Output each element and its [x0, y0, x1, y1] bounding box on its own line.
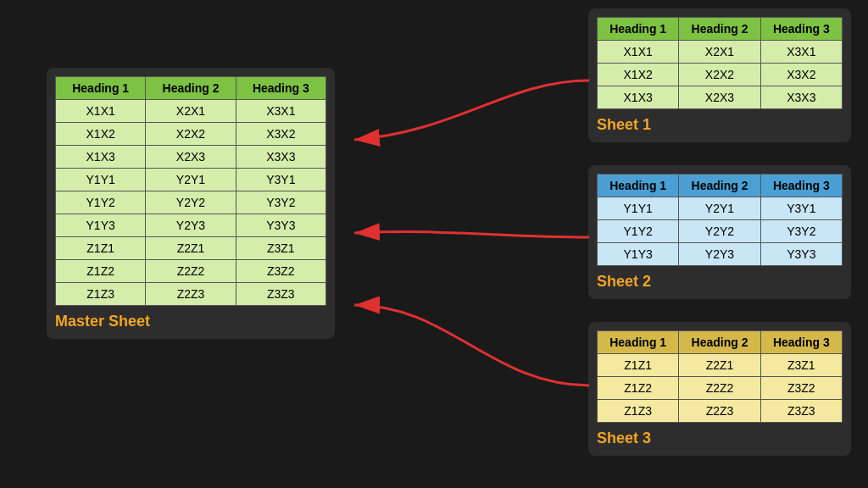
- table-cell: Z2Z3: [146, 283, 236, 306]
- sheet3-title: Sheet 3: [597, 430, 843, 447]
- table-cell: Z3Z3: [236, 283, 326, 306]
- table-cell: Z3Z2: [760, 377, 842, 400]
- table-cell: Z3Z1: [236, 237, 326, 260]
- table-cell: X3X3: [236, 146, 326, 169]
- table-cell: X1X2: [56, 123, 146, 146]
- table-cell: Z1Z2: [56, 260, 146, 283]
- table-cell: X1X1: [598, 41, 679, 64]
- master-col3-header: Heading 3: [236, 77, 326, 100]
- master-table: Heading 1 Heading 2 Heading 3 X1X1X2X1X3…: [55, 76, 326, 306]
- sheet1-table: Heading 1 Heading 2 Heading 3 X1X1X2X1X3…: [597, 17, 843, 109]
- master-col2-header: Heading 2: [146, 77, 236, 100]
- sheet2-box: Heading 1 Heading 2 Heading 3 Y1Y1Y2Y1Y3…: [588, 165, 851, 299]
- table-cell: X3X1: [236, 100, 326, 123]
- table-cell: Y3Y2: [760, 220, 842, 243]
- table-cell: X3X2: [236, 123, 326, 146]
- table-cell: Y3Y3: [236, 214, 326, 237]
- sheet2-title: Sheet 2: [597, 273, 843, 291]
- sheet2-col2-header: Heading 2: [679, 175, 760, 197]
- table-cell: Y3Y2: [236, 191, 326, 214]
- sheet1-box: Heading 1 Heading 2 Heading 3 X1X1X2X1X3…: [588, 8, 851, 142]
- table-cell: Z1Z1: [598, 354, 679, 377]
- table-cell: Y2Y2: [146, 191, 236, 214]
- table-cell: Y2Y2: [679, 220, 760, 243]
- table-cell: Z2Z1: [146, 237, 236, 260]
- table-cell: Z3Z1: [760, 354, 842, 377]
- table-cell: Z1Z2: [598, 377, 679, 400]
- table-cell: Z2Z1: [679, 354, 760, 377]
- sheet3-col1-header: Heading 1: [598, 331, 679, 354]
- table-cell: Y1Y3: [56, 214, 146, 237]
- table-cell: X2X2: [146, 123, 236, 146]
- table-cell: Z2Z2: [679, 377, 760, 400]
- table-cell: Z1Z3: [598, 400, 679, 423]
- table-cell: Y1Y1: [598, 197, 679, 220]
- sheet3-col2-header: Heading 2: [679, 331, 760, 354]
- sheet1-col3-header: Heading 3: [760, 18, 842, 41]
- table-cell: Y2Y3: [146, 214, 236, 237]
- table-cell: X1X2: [598, 64, 679, 86]
- master-col1-header: Heading 1: [56, 77, 146, 100]
- table-cell: X2X1: [679, 41, 760, 64]
- table-cell: Y3Y1: [760, 197, 842, 220]
- table-cell: X3X2: [760, 64, 842, 86]
- table-cell: Z1Z1: [56, 237, 146, 260]
- arrow-sheet3: [354, 305, 589, 385]
- table-cell: Y1Y1: [56, 169, 146, 191]
- sheet1-col1-header: Heading 1: [598, 18, 679, 41]
- table-cell: Y3Y1: [236, 169, 326, 191]
- table-cell: Y1Y2: [598, 220, 679, 243]
- table-cell: Z3Z2: [236, 260, 326, 283]
- table-cell: X1X1: [56, 100, 146, 123]
- sheet2-table: Heading 1 Heading 2 Heading 3 Y1Y1Y2Y1Y3…: [597, 174, 843, 266]
- table-cell: Y2Y1: [146, 169, 236, 191]
- table-cell: X3X1: [760, 41, 842, 64]
- table-cell: Z2Z2: [146, 260, 236, 283]
- table-cell: Y2Y3: [679, 243, 760, 266]
- table-cell: X1X3: [598, 86, 679, 109]
- table-cell: Y1Y3: [598, 243, 679, 266]
- master-sheet-title: Master Sheet: [55, 313, 326, 330]
- table-cell: Z2Z3: [679, 400, 760, 423]
- sheet3-table: Heading 1 Heading 2 Heading 3 Z1Z1Z2Z1Z3…: [597, 330, 843, 423]
- table-cell: X2X2: [679, 64, 760, 86]
- table-cell: Y3Y3: [760, 243, 842, 266]
- table-cell: X3X3: [760, 86, 842, 109]
- sheet3-col3-header: Heading 3: [760, 331, 842, 354]
- arrow-sheet2: [354, 232, 589, 237]
- sheet2-col1-header: Heading 1: [598, 175, 679, 197]
- sheet1-title: Sheet 1: [597, 116, 843, 134]
- table-cell: Y1Y2: [56, 191, 146, 214]
- table-cell: X2X3: [146, 146, 236, 169]
- table-cell: Y2Y1: [679, 197, 760, 220]
- master-sheet-box: Heading 1 Heading 2 Heading 3 X1X1X2X1X3…: [47, 68, 335, 339]
- table-cell: X1X3: [56, 146, 146, 169]
- sheet2-col3-header: Heading 3: [760, 175, 842, 197]
- arrow-sheet1: [354, 80, 589, 140]
- sheet3-box: Heading 1 Heading 2 Heading 3 Z1Z1Z2Z1Z3…: [588, 322, 851, 456]
- table-cell: Z1Z3: [56, 283, 146, 306]
- table-cell: X2X3: [679, 86, 760, 109]
- table-cell: Z3Z3: [760, 400, 842, 423]
- table-cell: X2X1: [146, 100, 236, 123]
- sheet1-col2-header: Heading 2: [679, 18, 760, 41]
